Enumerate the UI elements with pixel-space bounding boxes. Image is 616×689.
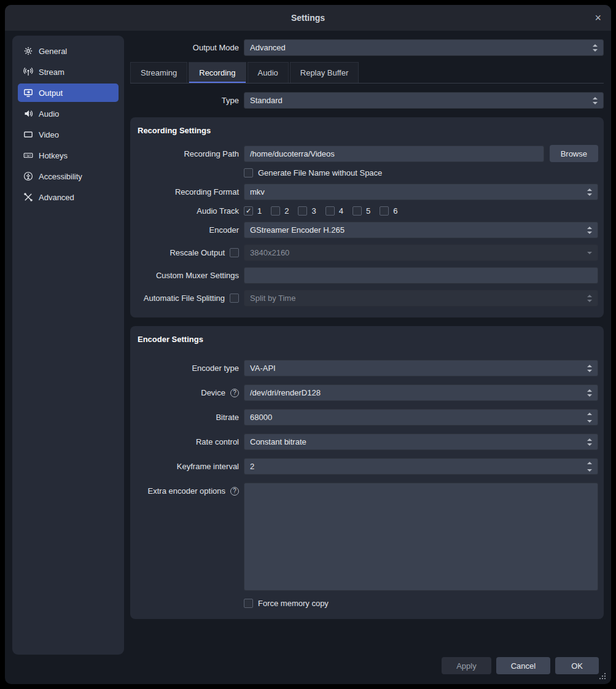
encoder-type-select[interactable]: VA-API: [244, 360, 598, 376]
bitrate-spinbox[interactable]: 68000: [244, 409, 598, 426]
encoder-type-row: Encoder type VA-API: [130, 360, 598, 376]
audio-track-row: Audio Track ✓ 1 2 3: [130, 206, 598, 216]
output-mode-row: Output Mode Advanced: [130, 39, 604, 56]
bitrate-label: Bitrate: [130, 413, 239, 422]
muxer-settings-input[interactable]: [244, 267, 598, 284]
keyframe-interval-label: Keyframe interval: [130, 462, 239, 471]
main-content: Output Mode Advanced Streaming Recording…: [130, 37, 604, 684]
panel-title: Encoder Settings: [130, 332, 598, 346]
rate-control-label: Rate control: [130, 437, 239, 446]
audio-track-4: 4: [326, 206, 343, 216]
keyboard-icon: [23, 150, 33, 161]
sidebar-item-output[interactable]: Output: [18, 84, 119, 102]
speaker-icon: [23, 109, 33, 119]
sidebar-item-accessibility[interactable]: Accessibility: [18, 167, 119, 185]
audio-track-1-checkbox[interactable]: ✓: [244, 206, 253, 216]
audio-track-5-checkbox[interactable]: [353, 206, 362, 216]
audio-track-2-checkbox[interactable]: [271, 206, 280, 216]
file-splitting-select[interactable]: Split by Time: [244, 290, 598, 306]
stepper-arrows: [587, 295, 592, 302]
sidebar-item-audio[interactable]: Audio: [18, 104, 119, 123]
display-icon: [23, 130, 33, 140]
stepper-arrows[interactable]: [587, 462, 592, 472]
muxer-settings-label: Custom Muxer Settings: [130, 271, 239, 280]
audio-track-label: Audio Track: [130, 206, 239, 216]
output-icon: [23, 88, 33, 98]
cancel-button[interactable]: Cancel: [496, 657, 550, 674]
force-memory-copy-label: Force memory copy: [258, 599, 329, 608]
recording-settings-panel: Recording Settings Recording Path Browse…: [130, 117, 604, 317]
sidebar-item-label: General: [39, 47, 67, 56]
recording-path-row: Recording Path Browse: [130, 145, 598, 162]
stepper-arrows[interactable]: [587, 365, 592, 372]
recording-format-select[interactable]: mkv: [244, 184, 598, 200]
sidebar-item-advanced[interactable]: Advanced: [18, 188, 119, 206]
rescale-resolution-select[interactable]: 3840x2160: [244, 244, 598, 261]
resize-grip[interactable]: [599, 672, 606, 680]
stepper-arrows[interactable]: [587, 438, 592, 446]
output-tabbar: Streaming Recording Audio Replay Buffer: [130, 62, 604, 84]
audio-track-2: 2: [271, 206, 289, 216]
file-splitting-label: Automatic File Splitting: [130, 294, 239, 303]
tab-audio[interactable]: Audio: [248, 62, 289, 83]
recording-path-input[interactable]: [244, 146, 544, 162]
window-title: Settings: [291, 13, 325, 23]
encoder-type-label: Encoder type: [130, 364, 239, 373]
file-splitting-checkbox[interactable]: [230, 294, 239, 303]
sidebar: General Stream Output Audio: [12, 36, 124, 655]
extra-encoder-options-textarea[interactable]: [244, 483, 598, 591]
force-memory-copy-checkbox[interactable]: [244, 599, 253, 608]
stepper-arrows[interactable]: [593, 97, 598, 104]
footer-buttons: Apply Cancel OK: [442, 657, 599, 674]
sidebar-item-label: Hotkeys: [39, 151, 68, 160]
sidebar-item-label: Accessibility: [39, 172, 82, 181]
rescale-output-checkbox[interactable]: [230, 248, 239, 257]
type-value: Standard: [250, 96, 589, 105]
generate-no-space-checkbox[interactable]: [244, 168, 253, 177]
audio-track-4-checkbox[interactable]: [326, 206, 335, 216]
tab-streaming[interactable]: Streaming: [130, 62, 187, 83]
keyframe-interval-spinbox[interactable]: 2: [244, 458, 598, 475]
settings-window: Settings × General Stream Output: [5, 5, 611, 684]
rate-control-select[interactable]: Constant bitrate: [244, 434, 598, 450]
audio-track-6-checkbox[interactable]: [380, 206, 389, 216]
accessibility-icon: [23, 171, 33, 182]
output-mode-select[interactable]: Advanced: [244, 39, 604, 56]
encoder-label: Encoder: [130, 225, 239, 235]
encoder-settings-panel: Encoder Settings Encoder type VA-API Dev…: [130, 326, 604, 619]
encoder-select[interactable]: GStreamer Encoder H.265: [244, 222, 598, 238]
sidebar-item-general[interactable]: General: [18, 42, 119, 60]
audio-track-3-checkbox[interactable]: [298, 206, 307, 216]
apply-button[interactable]: Apply: [442, 657, 491, 674]
generate-no-space-label: Generate File Name without Space: [258, 168, 382, 177]
stepper-arrows[interactable]: [587, 189, 592, 196]
browse-button[interactable]: Browse: [550, 145, 598, 162]
sidebar-item-hotkeys[interactable]: Hotkeys: [18, 146, 119, 165]
help-icon[interactable]: ?: [230, 487, 239, 496]
stepper-arrows[interactable]: [587, 389, 592, 397]
close-icon[interactable]: ×: [595, 12, 601, 23]
type-row: Type Standard: [130, 92, 604, 109]
stepper-arrows[interactable]: [593, 44, 598, 52]
gen-no-space-row: Generate File Name without Space: [130, 168, 598, 177]
titlebar[interactable]: Settings ×: [5, 5, 611, 31]
type-select[interactable]: Standard: [244, 92, 604, 109]
audio-track-1: ✓ 1: [244, 206, 262, 216]
audio-track-3: 3: [298, 206, 316, 216]
device-select[interactable]: /dev/dri/renderD128: [244, 384, 598, 401]
stepper-arrows[interactable]: [587, 413, 592, 422]
tools-icon: [23, 192, 33, 203]
device-label: Device ?: [130, 388, 239, 397]
help-icon[interactable]: ?: [230, 389, 239, 397]
file-splitting-row: Automatic File Splitting Split by Time: [130, 290, 598, 306]
window-content: General Stream Output Audio: [5, 31, 611, 684]
dropdown-arrow-icon: [587, 252, 592, 254]
type-label: Type: [130, 96, 239, 105]
tab-replay-buffer[interactable]: Replay Buffer: [290, 62, 359, 83]
sidebar-item-video[interactable]: Video: [18, 125, 119, 144]
keyframe-interval-row: Keyframe interval 2: [130, 458, 598, 475]
tab-recording[interactable]: Recording: [189, 62, 246, 83]
stepper-arrows[interactable]: [587, 227, 592, 234]
sidebar-item-stream[interactable]: Stream: [18, 63, 119, 81]
ok-button[interactable]: OK: [555, 657, 599, 674]
